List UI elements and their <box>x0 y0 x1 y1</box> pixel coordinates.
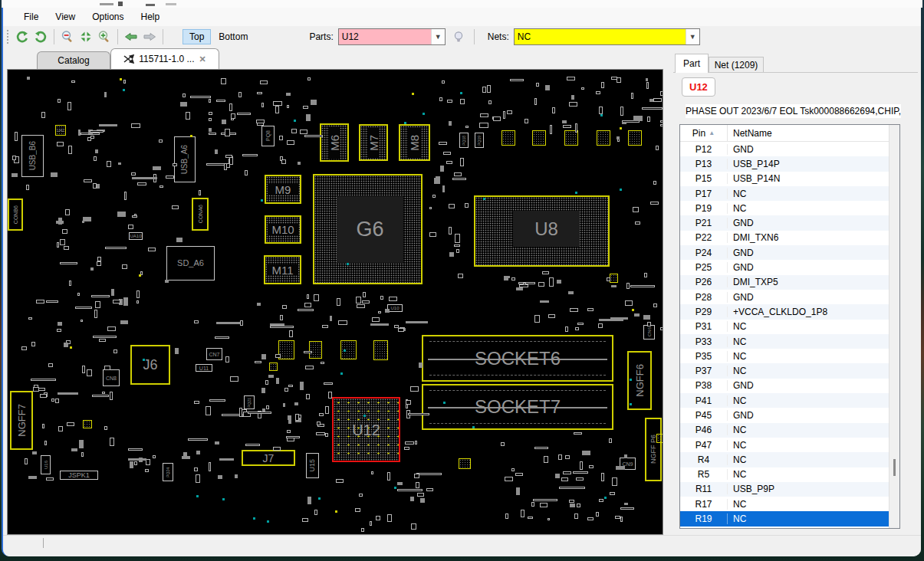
rotate-right-icon[interactable] <box>31 28 50 46</box>
component-UA10[interactable]: UA10 <box>129 232 143 240</box>
table-row-P26[interactable]: P26DMI_TXP5 <box>680 275 899 290</box>
table-row-P19[interactable]: P19NC <box>680 201 899 215</box>
table-row-P46[interactable]: P46NC <box>680 423 899 438</box>
component-M11[interactable]: M11 <box>264 255 301 284</box>
component-PQ18[interactable]: PQ18 <box>459 133 469 148</box>
component-SD_A6[interactable]: SD_A6 <box>166 246 215 280</box>
menu-help[interactable]: Help <box>133 9 169 25</box>
table-row-P45[interactable]: P45GND <box>680 408 899 422</box>
board-canvas[interactable]: USB_B6USB_A6CONB6CONA6UA2UA10SD_A6PQ8M6M… <box>7 69 663 535</box>
table-scrollbar[interactable] <box>889 125 899 528</box>
component-NGFF_P6[interactable]: NGFF P6 <box>645 418 662 481</box>
table-row-R5[interactable]: R5NC <box>680 468 899 482</box>
table-row-P25[interactable]: P25GND <box>680 260 899 274</box>
table-row-P28[interactable]: P28GND <box>680 290 899 304</box>
component-M9[interactable]: M9 <box>265 175 301 204</box>
highlighted-chip[interactable] <box>373 340 388 360</box>
component-PQ24[interactable]: PQ24 <box>163 463 173 481</box>
component-CONB6[interactable]: CONB6 <box>8 198 23 231</box>
component-J6[interactable]: J6 <box>130 345 170 385</box>
zoom-in-icon[interactable] <box>95 28 113 46</box>
top-side-button[interactable]: Top <box>182 29 211 44</box>
component-M6[interactable]: M6 <box>320 123 349 162</box>
component-PQ21[interactable]: PQ21 <box>244 395 255 409</box>
tab-board-file[interactable]: 115711-1.0 ... ✕ <box>110 48 219 69</box>
component-SOCKET7[interactable]: SOCKET7 <box>422 384 613 430</box>
table-row-R4[interactable]: R4NC <box>680 452 899 467</box>
menu-view[interactable]: View <box>47 9 84 25</box>
highlighted-chip[interactable] <box>532 130 546 146</box>
highlighted-chip[interactable] <box>597 130 610 146</box>
table-row-R19[interactable]: R19NC <box>680 511 899 526</box>
component-U15[interactable]: U15 <box>306 453 319 478</box>
highlighted-chip[interactable] <box>501 130 515 146</box>
table-row-P24[interactable]: P24GND <box>680 245 899 260</box>
component-NGFF7[interactable]: NGFF7 <box>10 391 33 450</box>
component-JSPK1[interactable]: JSPK1 <box>60 471 98 480</box>
highlighted-chip[interactable] <box>269 363 278 371</box>
table-row-R11[interactable]: R11USB_P9P <box>680 482 899 497</box>
table-row-P33[interactable]: P33NC <box>680 334 899 349</box>
menu-options[interactable]: Options <box>84 9 132 25</box>
selected-part-badge[interactable]: U12 <box>682 77 715 97</box>
scrollbar-thumb[interactable] <box>893 459 896 476</box>
table-row-P12[interactable]: P12GND <box>680 142 899 156</box>
highlighted-chip[interactable] <box>83 420 92 428</box>
nets-combobox[interactable]: NC ▼ <box>514 28 700 45</box>
bulb-icon[interactable] <box>449 28 468 46</box>
table-row-P47[interactable]: P47NC <box>680 438 899 452</box>
component-U12[interactable]: U12 <box>332 397 400 462</box>
table-row-P22[interactable]: P22DMI_TXN6 <box>680 231 899 245</box>
table-row-P37[interactable]: P37NC <box>680 363 899 378</box>
bottom-side-button[interactable]: Bottom <box>212 30 254 44</box>
component-CONA6[interactable]: CONA6 <box>192 198 209 231</box>
zoom-out-icon[interactable] <box>58 28 77 46</box>
component-PQ8[interactable]: PQ8 <box>261 126 275 146</box>
component-U8[interactable]: U8 <box>474 195 610 267</box>
component-CN8[interactable]: CN8 <box>103 369 120 386</box>
component-UA2[interactable]: UA2 <box>55 125 66 136</box>
table-row-P13[interactable]: P13USB_P14P <box>680 156 899 171</box>
table-row-P35[interactable]: P35NC <box>680 349 899 363</box>
component-SOCKET6[interactable]: SOCKET6 <box>422 335 613 382</box>
table-row-P31[interactable]: P31NC <box>680 320 899 334</box>
menu-file[interactable]: File <box>15 9 47 25</box>
component-M8[interactable]: M8 <box>399 124 430 161</box>
table-row-P41[interactable]: P41NC <box>680 393 899 408</box>
component-USB_A6[interactable]: USB_A6 <box>174 136 196 182</box>
column-header-netname[interactable]: NetName <box>728 125 899 141</box>
table-row-P29[interactable]: P29+VCCA_CLKLDO_1P8 <box>680 304 899 319</box>
component-PQ19[interactable]: PQ19 <box>475 133 484 148</box>
tab-catalog[interactable]: Catalog <box>37 51 110 69</box>
component-U16[interactable]: U16 <box>41 455 51 474</box>
pin-net-table[interactable]: Pin▲NetNameP12GNDP13USB_P14PP15USB_P14NP… <box>679 124 900 529</box>
highlighted-chip[interactable] <box>278 340 294 359</box>
parts-combobox[interactable]: U12 ▼ <box>338 28 446 45</box>
component-M10[interactable]: M10 <box>265 215 301 244</box>
back-arrow-icon[interactable] <box>122 28 140 46</box>
table-row-P38[interactable]: P38GND <box>680 379 899 393</box>
component-U10[interactable]: U10 <box>387 304 403 312</box>
highlighted-chip[interactable] <box>610 274 618 283</box>
highlighted-chip[interactable] <box>459 458 471 469</box>
rotate-left-icon[interactable] <box>13 28 31 46</box>
chevron-down-icon[interactable]: ▼ <box>431 29 445 44</box>
highlighted-chip[interactable] <box>656 434 663 443</box>
component-M7[interactable]: M7 <box>359 124 388 161</box>
highlighted-chip[interactable] <box>628 130 642 146</box>
tab-part[interactable]: Part <box>675 54 709 73</box>
table-row-P15[interactable]: P15USB_P14N <box>680 172 899 186</box>
component-G6[interactable]: G6 <box>313 174 423 284</box>
highlighted-chip[interactable] <box>309 341 322 359</box>
table-row-R21[interactable]: R21GND <box>680 527 899 529</box>
table-row-R17[interactable]: R17NC <box>680 497 899 511</box>
zoom-fit-icon[interactable] <box>77 28 95 46</box>
tab-net[interactable]: Net (1209) <box>709 57 764 73</box>
component-J7[interactable]: J7 <box>242 450 295 466</box>
column-header-pin[interactable]: Pin▲ <box>680 125 728 141</box>
component-USB_B6[interactable]: USB_B6 <box>21 135 44 177</box>
component-CN7[interactable]: CN7 <box>206 348 222 360</box>
chevron-down-icon[interactable]: ▼ <box>686 29 699 44</box>
table-row-P21[interactable]: P21GND <box>680 215 899 230</box>
highlighted-chip[interactable] <box>564 130 578 146</box>
